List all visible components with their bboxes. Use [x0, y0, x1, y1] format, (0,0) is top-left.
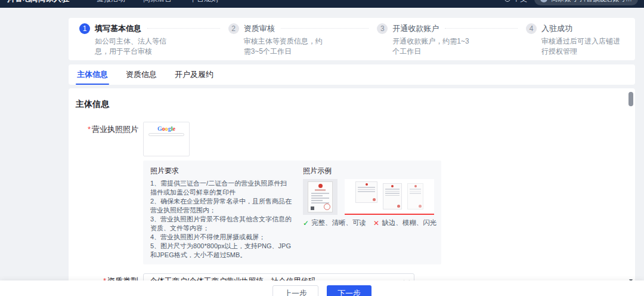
page: 抖音电商商家入驻 提报活动 商家后台 平台规则 中文 商家账号-抖音旗舰店账号… [0, 0, 644, 296]
globe-icon [504, 0, 510, 2]
bad-example-blurry [383, 183, 402, 209]
step-3-number: 3 [377, 23, 388, 34]
cross-icon: ✕ [373, 219, 379, 227]
brand-logo: 抖音电商商家入驻 [7, 0, 69, 4]
language-label: 中文 [513, 0, 527, 4]
step-4-number: 4 [526, 23, 537, 34]
step-1-basic-info: 1 填写基本信息 如公司主体、法人等信息，用于平台审核 [79, 23, 228, 57]
prev-step-button[interactable]: 上一步 [273, 285, 318, 296]
step-3-desc: 开通收款账户，约需1~3个工作日 [392, 36, 473, 57]
bad-examples-image [345, 179, 434, 215]
requirement-item: 5、图片尺寸为800*800px以上，支持PNG、JPG和JPEG格式，大小不超… [150, 242, 292, 260]
step-2-desc: 审核主体等资质信息，约需3~5个工作日 [244, 36, 325, 57]
requirement-item: 1、需提供三证合一/二证合一的营业执照原件扫描件或加盖公司鲜章的复印件 [150, 179, 292, 197]
doc-title-graphic [315, 189, 326, 191]
step-2-title: 资质审核 [244, 23, 275, 34]
form-tabs: 主体信息 资质信息 开户及履约 [69, 64, 635, 85]
photo-requirements-title: 照片要求 [150, 166, 292, 176]
google-logo: Google [147, 125, 185, 132]
vertical-scrollbar[interactable] [628, 91, 633, 282]
qr-code-graphic [311, 206, 314, 210]
good-example-image [303, 179, 338, 215]
doc-line [311, 198, 329, 199]
step-connector [445, 28, 518, 29]
tab-subject-info[interactable]: 主体信息 [77, 64, 108, 85]
photo-examples: 照片示例 [303, 166, 434, 260]
footer-action-bar: 上一步 下一步 [0, 280, 644, 296]
step-1-title: 填写基本信息 [95, 23, 141, 34]
requirement-item: 2、确保未在企业经营异常名录中，且所售商品在营业执照经营范围内； [150, 197, 292, 215]
tab-qualification-info[interactable]: 资质信息 [126, 64, 157, 85]
nav-item-platform-rules[interactable]: 平台规则 [190, 0, 218, 4]
license-doc-graphic [308, 181, 333, 212]
emblem-icon [318, 184, 323, 188]
doc-line [311, 200, 323, 201]
license-photo-label: *营业执照照片 [76, 122, 143, 264]
step-2-number: 2 [228, 23, 239, 34]
section-title: 主体信息 [76, 99, 623, 110]
step-1-desc: 如公司主体、法人等信息，用于平台审核 [95, 36, 176, 57]
subject-info-panel: 主体信息 *营业执照照片 Google [69, 88, 635, 285]
tab-account-agreement[interactable]: 开户及履约 [175, 64, 213, 85]
account-menu[interactable]: 商家账号-抖音旗舰店账号… [534, 0, 638, 5]
requirement-item: 4、营业执照图片不得使用屏摄或截屏； [150, 233, 292, 242]
requirement-item: 3、营业执照图片背景不得包含其他含文字信息的资质、文件等内容； [150, 215, 292, 233]
check-icon: ✓ [303, 219, 309, 227]
photo-guidelines-panel: 照片要求 1、需提供三证合一/二证合一的营业执照原件扫描件或加盖公司鲜章的复印件… [143, 161, 441, 264]
bad-example-glare [407, 183, 423, 209]
avatar [540, 0, 547, 2]
step-4-title: 入驻成功 [541, 23, 572, 34]
nav-item-merchant-console[interactable]: 商家后台 [143, 0, 172, 4]
step-4-success: 4 入驻成功 审核通过后可进入店铺进行授权管理 [526, 23, 624, 57]
search-bar-graphic [148, 133, 184, 136]
stamp-icon [324, 204, 330, 210]
top-navbar: 抖音电商商家入驻 提报活动 商家后台 平台规则 中文 商家账号-抖音旗舰店账号… [0, 0, 644, 8]
required-asterisk: * [88, 125, 91, 134]
bad-example-caption: ✕ 缺边、模糊、闪光 [373, 218, 436, 227]
step-2-qualification-review: 2 资质审核 审核主体等资质信息，约需3~5个工作日 [228, 23, 377, 57]
onboarding-stepper: 1 填写基本信息 如公司主体、法人等信息，用于平台审核 2 资质审核 [69, 18, 635, 60]
account-name: 商家账号-抖音旗舰店账号… [551, 0, 632, 4]
language-switcher[interactable]: 中文 [504, 0, 527, 4]
step-1-number: 1 [79, 23, 90, 34]
license-photo-thumbnail[interactable]: Google [143, 122, 190, 156]
bad-example-cropped [355, 181, 377, 203]
doc-line [311, 195, 323, 196]
license-photo-row: *营业执照照片 Google [76, 122, 623, 264]
nav-item-activities[interactable]: 提报活动 [97, 0, 125, 4]
photo-examples-title: 照片示例 [303, 166, 434, 176]
next-step-button[interactable]: 下一步 [327, 285, 371, 296]
step-3-title: 开通收款账户 [392, 23, 439, 34]
step-connector [281, 28, 369, 29]
step-4-desc: 审核通过后可进入店铺进行授权管理 [541, 36, 623, 57]
step-3-payment-account: 3 开通收款账户 开通收款账户，约需1~3个工作日 [377, 23, 526, 57]
scrollbar-thumb[interactable] [628, 92, 633, 106]
step-connector [147, 28, 220, 29]
good-example-caption: ✓ 完整、清晰、可读 [303, 218, 366, 227]
doc-line [311, 193, 329, 194]
photo-requirements: 照片要求 1、需提供三证合一/二证合一的营业执照原件扫描件或加盖公司鲜章的复印件… [150, 166, 292, 260]
